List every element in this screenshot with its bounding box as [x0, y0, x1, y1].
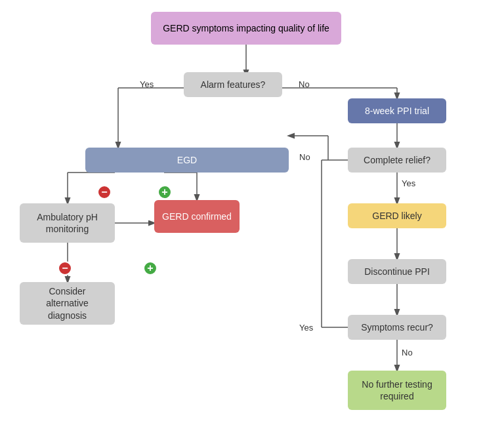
no-recur-label: No	[402, 348, 413, 357]
no-alarm-label: No	[299, 79, 310, 89]
ppi-trial-node: 8-week PPI trial	[348, 98, 446, 123]
discontinue-ppi-node: Discontinue PPI	[348, 259, 446, 284]
alarm-features-node: Alarm features?	[184, 72, 282, 97]
ambulatory-node: Ambulatory pH monitoring	[20, 203, 115, 243]
symptoms-recur-node: Symptoms recur?	[348, 315, 446, 340]
flowchart: GERD symptoms impacting quality of life …	[0, 0, 504, 448]
gerd-symptoms-node: GERD symptoms impacting quality of life	[151, 12, 341, 45]
gerd-confirmed-node: GERD confirmed	[154, 200, 240, 233]
no-further-node: No further testing required	[348, 371, 446, 410]
consider-alt-node: Consider alternative diagnosis	[20, 282, 115, 325]
complete-relief-node: Complete relief?	[348, 148, 446, 173]
neg-badge-2: −	[58, 261, 72, 275]
yes-alarm-label: Yes	[140, 79, 154, 89]
egd-node: EGD	[85, 148, 289, 173]
neg-badge-1: −	[97, 185, 112, 199]
yes-relief-label: Yes	[402, 178, 415, 188]
pos-badge-1: +	[158, 185, 172, 199]
yes-recur-label: Yes	[299, 323, 313, 333]
gerd-likely-node: GERD likely	[348, 203, 446, 228]
pos-badge-2: +	[143, 261, 158, 275]
no-relief-label: No	[299, 152, 310, 162]
